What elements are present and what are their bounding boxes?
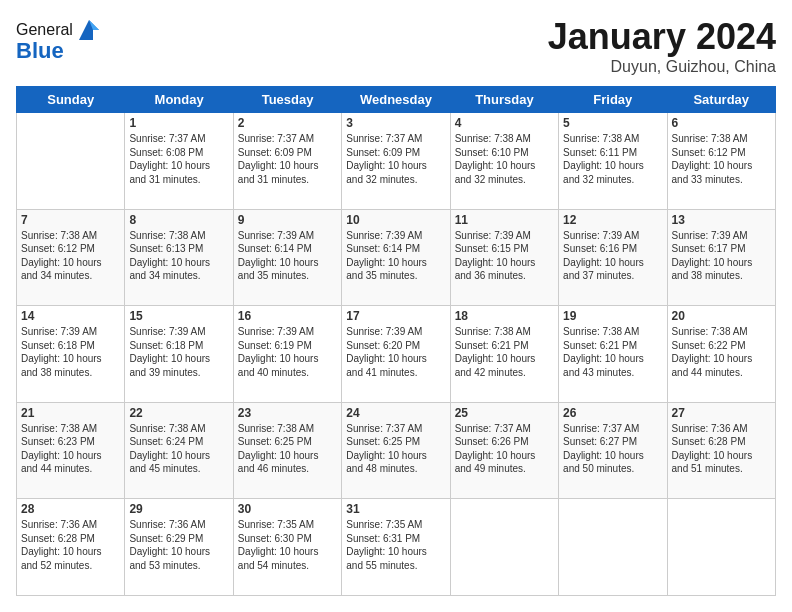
day-number: 3	[346, 116, 445, 130]
calendar-cell: 9Sunrise: 7:39 AM Sunset: 6:14 PM Daylig…	[233, 209, 341, 306]
logo: General Blue	[16, 16, 103, 64]
day-info: Sunrise: 7:38 AM Sunset: 6:21 PM Dayligh…	[563, 325, 662, 379]
day-info: Sunrise: 7:39 AM Sunset: 6:15 PM Dayligh…	[455, 229, 554, 283]
day-number: 20	[672, 309, 771, 323]
day-number: 23	[238, 406, 337, 420]
week-row: 21Sunrise: 7:38 AM Sunset: 6:23 PM Dayli…	[17, 402, 776, 499]
day-headers-row: SundayMondayTuesdayWednesdayThursdayFrid…	[17, 87, 776, 113]
day-info: Sunrise: 7:39 AM Sunset: 6:17 PM Dayligh…	[672, 229, 771, 283]
day-info: Sunrise: 7:38 AM Sunset: 6:21 PM Dayligh…	[455, 325, 554, 379]
week-row: 1Sunrise: 7:37 AM Sunset: 6:08 PM Daylig…	[17, 113, 776, 210]
day-number: 31	[346, 502, 445, 516]
day-info: Sunrise: 7:39 AM Sunset: 6:19 PM Dayligh…	[238, 325, 337, 379]
day-number: 26	[563, 406, 662, 420]
day-number: 6	[672, 116, 771, 130]
day-header-saturday: Saturday	[667, 87, 775, 113]
calendar-cell: 4Sunrise: 7:38 AM Sunset: 6:10 PM Daylig…	[450, 113, 558, 210]
day-number: 14	[21, 309, 120, 323]
day-info: Sunrise: 7:36 AM Sunset: 6:28 PM Dayligh…	[21, 518, 120, 572]
day-number: 17	[346, 309, 445, 323]
calendar-cell: 8Sunrise: 7:38 AM Sunset: 6:13 PM Daylig…	[125, 209, 233, 306]
day-info: Sunrise: 7:38 AM Sunset: 6:13 PM Dayligh…	[129, 229, 228, 283]
day-number: 28	[21, 502, 120, 516]
week-row: 14Sunrise: 7:39 AM Sunset: 6:18 PM Dayli…	[17, 306, 776, 403]
logo-icon	[75, 16, 103, 44]
day-header-friday: Friday	[559, 87, 667, 113]
day-info: Sunrise: 7:36 AM Sunset: 6:29 PM Dayligh…	[129, 518, 228, 572]
calendar-cell	[667, 499, 775, 596]
day-info: Sunrise: 7:38 AM Sunset: 6:11 PM Dayligh…	[563, 132, 662, 186]
calendar-table: SundayMondayTuesdayWednesdayThursdayFrid…	[16, 86, 776, 596]
day-header-monday: Monday	[125, 87, 233, 113]
day-number: 15	[129, 309, 228, 323]
calendar-cell: 13Sunrise: 7:39 AM Sunset: 6:17 PM Dayli…	[667, 209, 775, 306]
calendar-cell: 5Sunrise: 7:38 AM Sunset: 6:11 PM Daylig…	[559, 113, 667, 210]
day-info: Sunrise: 7:38 AM Sunset: 6:12 PM Dayligh…	[21, 229, 120, 283]
calendar-cell: 3Sunrise: 7:37 AM Sunset: 6:09 PM Daylig…	[342, 113, 450, 210]
day-info: Sunrise: 7:38 AM Sunset: 6:24 PM Dayligh…	[129, 422, 228, 476]
day-info: Sunrise: 7:39 AM Sunset: 6:18 PM Dayligh…	[129, 325, 228, 379]
day-info: Sunrise: 7:35 AM Sunset: 6:30 PM Dayligh…	[238, 518, 337, 572]
day-number: 19	[563, 309, 662, 323]
day-number: 4	[455, 116, 554, 130]
header: General Blue January 2024 Duyun, Guizhou…	[16, 16, 776, 76]
calendar-cell: 10Sunrise: 7:39 AM Sunset: 6:14 PM Dayli…	[342, 209, 450, 306]
calendar-cell: 7Sunrise: 7:38 AM Sunset: 6:12 PM Daylig…	[17, 209, 125, 306]
day-number: 12	[563, 213, 662, 227]
week-row: 28Sunrise: 7:36 AM Sunset: 6:28 PM Dayli…	[17, 499, 776, 596]
calendar-cell: 25Sunrise: 7:37 AM Sunset: 6:26 PM Dayli…	[450, 402, 558, 499]
day-info: Sunrise: 7:37 AM Sunset: 6:27 PM Dayligh…	[563, 422, 662, 476]
calendar-cell: 11Sunrise: 7:39 AM Sunset: 6:15 PM Dayli…	[450, 209, 558, 306]
day-info: Sunrise: 7:38 AM Sunset: 6:10 PM Dayligh…	[455, 132, 554, 186]
calendar-cell: 28Sunrise: 7:36 AM Sunset: 6:28 PM Dayli…	[17, 499, 125, 596]
calendar-title: January 2024	[548, 16, 776, 58]
calendar-cell: 1Sunrise: 7:37 AM Sunset: 6:08 PM Daylig…	[125, 113, 233, 210]
day-info: Sunrise: 7:37 AM Sunset: 6:08 PM Dayligh…	[129, 132, 228, 186]
day-number: 29	[129, 502, 228, 516]
day-number: 18	[455, 309, 554, 323]
calendar-cell: 22Sunrise: 7:38 AM Sunset: 6:24 PM Dayli…	[125, 402, 233, 499]
calendar-cell: 31Sunrise: 7:35 AM Sunset: 6:31 PM Dayli…	[342, 499, 450, 596]
day-number: 11	[455, 213, 554, 227]
calendar-cell: 16Sunrise: 7:39 AM Sunset: 6:19 PM Dayli…	[233, 306, 341, 403]
day-info: Sunrise: 7:37 AM Sunset: 6:25 PM Dayligh…	[346, 422, 445, 476]
calendar-cell: 12Sunrise: 7:39 AM Sunset: 6:16 PM Dayli…	[559, 209, 667, 306]
day-number: 25	[455, 406, 554, 420]
day-number: 9	[238, 213, 337, 227]
logo-blue-text: Blue	[16, 38, 64, 64]
day-number: 30	[238, 502, 337, 516]
day-info: Sunrise: 7:38 AM Sunset: 6:12 PM Dayligh…	[672, 132, 771, 186]
calendar-cell: 15Sunrise: 7:39 AM Sunset: 6:18 PM Dayli…	[125, 306, 233, 403]
day-number: 7	[21, 213, 120, 227]
calendar-cell	[17, 113, 125, 210]
day-number: 22	[129, 406, 228, 420]
day-header-sunday: Sunday	[17, 87, 125, 113]
day-number: 13	[672, 213, 771, 227]
day-info: Sunrise: 7:36 AM Sunset: 6:28 PM Dayligh…	[672, 422, 771, 476]
calendar-cell: 2Sunrise: 7:37 AM Sunset: 6:09 PM Daylig…	[233, 113, 341, 210]
day-info: Sunrise: 7:39 AM Sunset: 6:14 PM Dayligh…	[346, 229, 445, 283]
day-number: 16	[238, 309, 337, 323]
day-number: 5	[563, 116, 662, 130]
day-info: Sunrise: 7:39 AM Sunset: 6:18 PM Dayligh…	[21, 325, 120, 379]
calendar-cell: 21Sunrise: 7:38 AM Sunset: 6:23 PM Dayli…	[17, 402, 125, 499]
day-info: Sunrise: 7:37 AM Sunset: 6:26 PM Dayligh…	[455, 422, 554, 476]
day-info: Sunrise: 7:37 AM Sunset: 6:09 PM Dayligh…	[238, 132, 337, 186]
day-info: Sunrise: 7:35 AM Sunset: 6:31 PM Dayligh…	[346, 518, 445, 572]
day-number: 8	[129, 213, 228, 227]
page: General Blue January 2024 Duyun, Guizhou…	[0, 0, 792, 612]
calendar-cell: 6Sunrise: 7:38 AM Sunset: 6:12 PM Daylig…	[667, 113, 775, 210]
day-info: Sunrise: 7:37 AM Sunset: 6:09 PM Dayligh…	[346, 132, 445, 186]
calendar-cell: 27Sunrise: 7:36 AM Sunset: 6:28 PM Dayli…	[667, 402, 775, 499]
calendar-cell: 20Sunrise: 7:38 AM Sunset: 6:22 PM Dayli…	[667, 306, 775, 403]
day-header-thursday: Thursday	[450, 87, 558, 113]
day-info: Sunrise: 7:39 AM Sunset: 6:14 PM Dayligh…	[238, 229, 337, 283]
day-number: 27	[672, 406, 771, 420]
day-header-tuesday: Tuesday	[233, 87, 341, 113]
calendar-cell: 30Sunrise: 7:35 AM Sunset: 6:30 PM Dayli…	[233, 499, 341, 596]
calendar-cell: 23Sunrise: 7:38 AM Sunset: 6:25 PM Dayli…	[233, 402, 341, 499]
calendar-cell: 18Sunrise: 7:38 AM Sunset: 6:21 PM Dayli…	[450, 306, 558, 403]
week-row: 7Sunrise: 7:38 AM Sunset: 6:12 PM Daylig…	[17, 209, 776, 306]
day-info: Sunrise: 7:38 AM Sunset: 6:23 PM Dayligh…	[21, 422, 120, 476]
day-number: 24	[346, 406, 445, 420]
